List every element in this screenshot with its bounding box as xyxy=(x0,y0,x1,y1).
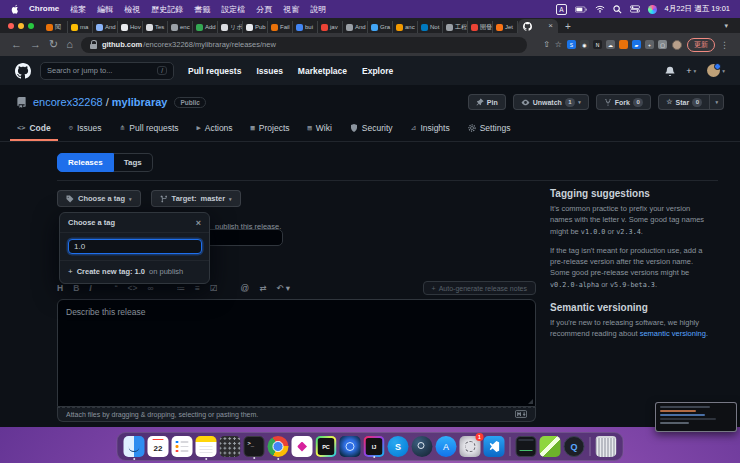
repo-tab-actions[interactable]: ▶Actions xyxy=(190,116,240,141)
header-nav-explore[interactable]: Explore xyxy=(362,66,393,76)
heading-icon[interactable]: H xyxy=(57,283,63,293)
window-close-button[interactable] xyxy=(8,23,14,29)
browser-tab-2[interactable]: And xyxy=(93,21,118,33)
browser-tab-0[interactable]: 閱 xyxy=(43,21,68,33)
menu-item-2[interactable]: 編輯 xyxy=(97,4,113,15)
dock-finder[interactable] xyxy=(124,436,145,457)
browser-tab-17[interactable]: 開發 xyxy=(468,21,493,33)
link-icon[interactable]: ∞ xyxy=(147,283,153,293)
browser-tab-1[interactable]: ma xyxy=(68,21,93,33)
browser-tab-12[interactable]: And xyxy=(343,21,368,33)
dock-steam[interactable] xyxy=(412,436,433,457)
tasklist-icon[interactable]: ☑ xyxy=(210,283,218,293)
header-nav-pull-requests[interactable]: Pull requests xyxy=(188,66,241,76)
menu-item-0[interactable]: Chrome xyxy=(29,4,59,15)
menu-item-4[interactable]: 歷史記錄 xyxy=(151,4,183,15)
browser-tab-18[interactable]: Jet xyxy=(493,21,518,33)
dock-trash[interactable] xyxy=(596,436,617,457)
dock-media-player[interactable] xyxy=(292,436,313,457)
repo-tab-security[interactable]: Security xyxy=(343,116,400,141)
back-icon[interactable]: ← xyxy=(11,39,22,50)
extensions-puzzle-icon[interactable]: + xyxy=(645,40,654,49)
tab-close-icon[interactable]: × xyxy=(548,22,553,30)
bookmark-star-icon[interactable]: ☆ xyxy=(555,40,562,49)
browser-tab-10[interactable]: bui xyxy=(293,21,318,33)
input-source-icon[interactable]: A xyxy=(556,4,566,15)
browser-tab-6[interactable]: Add xyxy=(193,21,218,33)
window-zoom-button[interactable] xyxy=(28,23,34,29)
browser-tab-15[interactable]: Not xyxy=(418,21,443,33)
picture-in-picture-window[interactable] xyxy=(655,402,737,432)
unwatch-button[interactable]: Unwatch 1 ▾ xyxy=(513,94,589,110)
dock-intellij-idea[interactable]: IJ xyxy=(364,436,385,457)
browser-tab-13[interactable]: Gra xyxy=(368,21,393,33)
extension-orange-icon[interactable] xyxy=(619,40,628,49)
dock-calculator[interactable] xyxy=(220,436,241,457)
reload-icon[interactable]: ↻ xyxy=(49,39,58,50)
browser-tab-9[interactable]: Fail xyxy=(268,21,293,33)
repo-tab-code[interactable]: <>Code xyxy=(10,116,58,141)
dock-notes[interactable] xyxy=(196,436,217,457)
repo-tab-settings[interactable]: Settings xyxy=(461,116,518,141)
wifi-icon[interactable] xyxy=(595,5,605,13)
chrome-update-button[interactable]: 更新 xyxy=(687,38,715,52)
italic-icon[interactable]: I xyxy=(89,283,91,293)
extension-drive-icon[interactable]: ▰ xyxy=(632,40,641,49)
dock-skype[interactable]: S xyxy=(388,436,409,457)
target-branch-dropdown[interactable]: Target: master ▾ xyxy=(151,190,241,207)
share-icon[interactable]: ⇧ xyxy=(543,40,550,49)
tags-toggle-button[interactable]: Tags xyxy=(114,153,153,172)
battery-icon[interactable] xyxy=(575,6,587,13)
browser-tab-8[interactable]: Pub xyxy=(243,21,268,33)
menu-item-6[interactable]: 設定檔 xyxy=(221,4,245,15)
browser-tab-7[interactable]: リポ xyxy=(218,21,243,33)
star-dropdown-button[interactable]: ▾ xyxy=(710,94,724,110)
notifications-bell-icon[interactable] xyxy=(665,66,675,76)
dock-app-store[interactable]: A xyxy=(436,436,457,457)
create-new-tag-option[interactable]: + Create new tag: 1.0 on publish xyxy=(60,260,209,283)
code-icon[interactable]: <> xyxy=(128,283,138,293)
browser-tab-14[interactable]: anc xyxy=(393,21,418,33)
create-new-button[interactable]: +▾ xyxy=(686,66,696,76)
siri-icon[interactable] xyxy=(648,5,657,14)
extension-s-icon[interactable]: S xyxy=(567,40,576,49)
fork-button[interactable]: Fork 0 xyxy=(596,94,652,110)
menu-item-7[interactable]: 分頁 xyxy=(256,4,272,15)
github-logo-icon[interactable] xyxy=(15,63,31,79)
bold-icon[interactable]: B xyxy=(73,283,79,293)
menu-item-8[interactable]: 視窗 xyxy=(283,4,299,15)
tag-name-input[interactable] xyxy=(68,239,202,254)
extension-cloud-icon[interactable]: ☁ xyxy=(606,40,615,49)
extension-n-icon[interactable]: N xyxy=(593,40,602,49)
quote-icon[interactable]: “ xyxy=(115,283,118,293)
repo-owner-link[interactable]: encorex32268 xyxy=(33,96,103,108)
unordered-list-icon[interactable]: ≔ xyxy=(177,283,186,293)
extension-window-icon[interactable]: ▢ xyxy=(658,40,667,49)
extension-camera-icon[interactable]: ◉ xyxy=(580,40,589,49)
auto-generate-notes-button[interactable]: + Auto-generate release notes xyxy=(423,281,536,295)
attach-files-bar[interactable]: Attach files by dragging & dropping, sel… xyxy=(57,407,536,422)
home-icon[interactable]: ⌂ xyxy=(66,39,73,50)
pin-button[interactable]: Pin xyxy=(468,94,506,110)
repo-tab-projects[interactable]: ▦Projects xyxy=(244,116,297,141)
menu-item-9[interactable]: 說明 xyxy=(310,4,326,15)
repo-tab-insights[interactable]: ⊿Insights xyxy=(404,116,457,141)
dock-minimized-window-green[interactable] xyxy=(540,436,561,457)
dock-quicktime[interactable]: Q xyxy=(564,436,585,457)
header-nav-issues[interactable]: Issues xyxy=(256,66,282,76)
tab-active-github[interactable]: × xyxy=(518,19,558,33)
mention-icon[interactable]: @ xyxy=(241,283,250,293)
dock-android-studio[interactable] xyxy=(340,436,361,457)
apple-menu-icon[interactable] xyxy=(10,4,19,15)
control-center-icon[interactable] xyxy=(630,5,640,13)
header-nav-marketplace[interactable]: Marketplace xyxy=(298,66,347,76)
menu-item-1[interactable]: 檔案 xyxy=(70,4,86,15)
dock-reminders[interactable] xyxy=(172,436,193,457)
address-bar[interactable]: github.com /encorex32268/mylibraray/rele… xyxy=(81,37,527,53)
browser-profile-avatar[interactable] xyxy=(672,40,682,50)
undo-icon[interactable]: ↶ ▾ xyxy=(276,283,290,293)
user-avatar[interactable]: ▾ xyxy=(707,64,725,77)
menu-item-5[interactable]: 書籤 xyxy=(194,4,210,15)
star-button[interactable]: ☆ Star 0 xyxy=(658,94,710,110)
new-tab-button[interactable]: + xyxy=(565,21,571,32)
